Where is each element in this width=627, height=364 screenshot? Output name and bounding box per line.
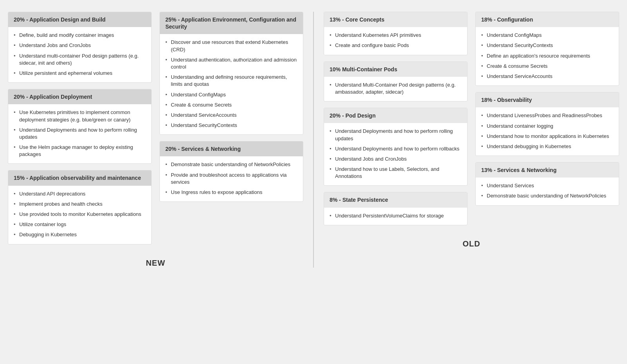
section-services-networking-new-header: 20% - Services & Networking — [160, 141, 303, 156]
section-core-concepts-list: Understand Kubernetes API primitives Cre… — [330, 32, 462, 49]
list-item: Understanding and defining resource requ… — [165, 74, 297, 88]
section-services-networking-new-body: Demonstrate basic understanding of Netwo… — [160, 156, 303, 201]
list-item: Understand SecurityContexts — [165, 122, 297, 129]
list-item: Understand LivenessProbes and ReadinessP… — [481, 112, 613, 119]
section-state-persistence: 8% - State Persistence Understand Persis… — [324, 192, 468, 225]
old-left-col: 13% - Core Concepts Understand Kubernete… — [324, 12, 468, 225]
section-app-deployment: 20% - Application Deployment Use Kuberne… — [8, 89, 152, 164]
section-configuration-body: Understand ConfigMaps Understand Securit… — [476, 27, 619, 85]
list-item: Understand multi-container Pod design pa… — [14, 53, 146, 67]
new-right-col: 25% - Application Environment, Configura… — [159, 12, 303, 244]
section-app-deployment-header: 20% - Application Deployment — [8, 89, 151, 104]
section-app-design-body: Define, build and modify container image… — [8, 27, 151, 82]
list-item: Implement probes and health checks — [14, 201, 146, 208]
section-multi-container-list: Understand Multi-Container Pod design pa… — [330, 81, 462, 96]
list-item: Understand ServiceAccounts — [481, 73, 613, 80]
list-item: Understand PersistentVolumeClaims for st… — [330, 212, 462, 219]
section-app-observability-header: 15% - Application observability and main… — [8, 170, 151, 185]
list-item: Understand Deployments and how to perfor… — [330, 145, 462, 152]
section-multi-container-header: 10% Multi-Container Pods — [324, 62, 467, 77]
list-item: Understand Deployments and how to perfor… — [14, 127, 146, 141]
list-item: Create & consume Secrets — [481, 63, 613, 70]
list-item: Understand how to monitor applications i… — [481, 133, 613, 140]
list-item: Understand Deployments and how to perfor… — [330, 128, 462, 142]
old-label: OLD — [324, 239, 619, 248]
section-pod-design-list: Understand Deployments and how to perfor… — [330, 128, 462, 180]
list-item: Use Ingress rules to expose applications — [165, 189, 297, 196]
section-services-networking-new-list: Demonstrate basic understanding of Netwo… — [165, 161, 297, 196]
list-item: Understand Multi-Container Pod design pa… — [330, 81, 462, 96]
new-label: NEW — [8, 259, 303, 268]
section-observability-list: Understand LivenessProbes and ReadinessP… — [481, 112, 613, 150]
list-item: Use the Helm package manager to deploy e… — [14, 144, 146, 158]
list-item: Understand container logging — [481, 123, 613, 130]
list-item: Understand Jobs and CronJobs — [330, 156, 462, 163]
section-state-persistence-list: Understand PersistentVolumeClaims for st… — [330, 212, 462, 219]
section-app-env-body: Discover and use resources that extend K… — [160, 34, 303, 134]
list-item: Understand Services — [481, 182, 613, 189]
list-item: Provide and troubleshoot access to appli… — [165, 172, 297, 186]
list-item: Use Kubernetes primitives to implement c… — [14, 109, 146, 123]
section-pod-design: 20% - Pod Design Understand Deployments … — [324, 108, 468, 186]
list-item: Define an application's resource require… — [481, 53, 613, 60]
main-container: 20% - Application Design and Build Defin… — [8, 12, 619, 268]
section-app-deployment-list: Use Kubernetes primitives to implement c… — [14, 109, 146, 158]
section-app-observability-list: Understand API deprecations Implement pr… — [14, 190, 146, 239]
list-item: Create and configure basic Pods — [330, 42, 462, 49]
section-configuration: 18% - Configuration Understand ConfigMap… — [475, 12, 619, 86]
section-pod-design-body: Understand Deployments and how to perfor… — [324, 123, 467, 185]
list-item: Understand SecurityContexts — [481, 42, 613, 49]
list-item: Demonstrate basic understanding of Netwo… — [481, 192, 613, 199]
section-observability-body: Understand LivenessProbes and ReadinessP… — [476, 107, 619, 156]
list-item: Understand debugging in Kubernetes — [481, 143, 613, 150]
list-item: Understand ConfigMaps — [165, 91, 297, 98]
section-app-design: 20% - Application Design and Build Defin… — [8, 12, 152, 83]
list-item: Understand authentication, authorization… — [165, 56, 297, 71]
section-state-persistence-header: 8% - State Persistence — [324, 192, 467, 207]
old-right-col: 18% - Configuration Understand ConfigMap… — [475, 12, 619, 225]
new-left-col: 20% - Application Design and Build Defin… — [8, 12, 152, 244]
section-observability-header: 18% - Observability — [476, 92, 619, 107]
list-item: Understand ServiceAccounts — [165, 112, 297, 119]
section-configuration-list: Understand ConfigMaps Understand Securit… — [481, 32, 613, 80]
section-observability: 18% - Observability Understand LivenessP… — [475, 92, 619, 156]
section-services-networking-new: 20% - Services & Networking Demonstrate … — [159, 141, 303, 202]
list-item: Debugging in Kubernetes — [14, 231, 146, 238]
section-app-env: 25% - Application Environment, Configura… — [159, 12, 303, 135]
list-item: Understand ConfigMaps — [481, 32, 613, 39]
section-core-concepts-header: 13% - Core Concepts — [324, 12, 467, 27]
section-services-networking-old-body: Understand Services Demonstrate basic un… — [476, 177, 619, 205]
new-side: 20% - Application Design and Build Defin… — [8, 12, 303, 268]
old-side: 13% - Core Concepts Understand Kubernete… — [324, 12, 619, 268]
section-multi-container-body: Understand Multi-Container Pod design pa… — [324, 77, 467, 101]
section-services-networking-old: 13% - Services & Networking Understand S… — [475, 162, 619, 206]
list-item: Understand Kubernetes API primitives — [330, 32, 462, 39]
list-item: Utilize persistent and ephemeral volumes — [14, 70, 146, 77]
section-app-observability: 15% - Application observability and main… — [8, 170, 152, 244]
section-pod-design-header: 20% - Pod Design — [324, 108, 467, 123]
list-item: Create & consume Secrets — [165, 101, 297, 109]
section-app-env-header: 25% - Application Environment, Configura… — [160, 12, 303, 34]
section-app-deployment-body: Use Kubernetes primitives to implement c… — [8, 104, 151, 163]
list-item: Demonstrate basic understanding of Netwo… — [165, 161, 297, 168]
section-core-concepts-body: Understand Kubernetes API primitives Cre… — [324, 27, 467, 54]
list-item: Understand Jobs and CronJobs — [14, 42, 146, 49]
section-services-networking-old-header: 13% - Services & Networking — [476, 163, 619, 177]
section-configuration-header: 18% - Configuration — [476, 12, 619, 27]
section-app-env-list: Discover and use resources that extend K… — [165, 39, 297, 129]
divider — [313, 12, 314, 268]
section-services-networking-old-list: Understand Services Demonstrate basic un… — [481, 182, 613, 199]
section-app-observability-body: Understand API deprecations Implement pr… — [8, 186, 151, 244]
section-state-persistence-body: Understand PersistentVolumeClaims for st… — [324, 208, 467, 225]
list-item: Define, build and modify container image… — [14, 32, 146, 39]
old-columns: 13% - Core Concepts Understand Kubernete… — [324, 12, 619, 225]
section-app-design-header: 20% - Application Design and Build — [8, 12, 151, 27]
list-item: Understand API deprecations — [14, 190, 146, 197]
list-item: Understand how to use Labels, Selectors,… — [330, 166, 462, 180]
list-item: Discover and use resources that extend K… — [165, 39, 297, 53]
section-app-design-list: Define, build and modify container image… — [14, 32, 146, 77]
section-multi-container: 10% Multi-Container Pods Understand Mult… — [324, 62, 468, 102]
list-item: Utilize container logs — [14, 221, 146, 228]
list-item: Use provided tools to monitor Kubernetes… — [14, 211, 146, 218]
new-columns: 20% - Application Design and Build Defin… — [8, 12, 303, 244]
